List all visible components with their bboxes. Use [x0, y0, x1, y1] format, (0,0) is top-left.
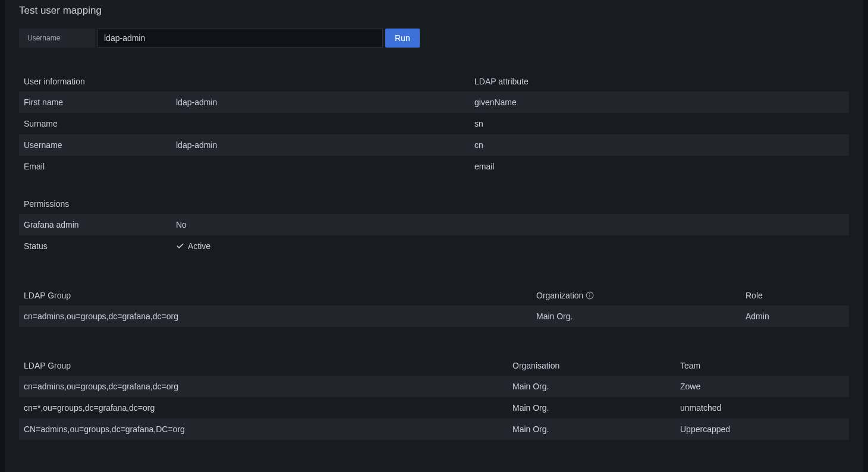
- organisation-value: Main Org.: [508, 397, 675, 418]
- team-header: Team: [675, 355, 849, 376]
- svg-point-2: [590, 294, 590, 294]
- ldap-group-value: CN=admins,ou=groups,dc=grafana,DC=org: [19, 418, 508, 440]
- user-info-value: [171, 113, 470, 134]
- table-row: cn=admins,ou=groups,dc=grafana,dc=orgMai…: [19, 306, 849, 327]
- page-title: Test user mapping: [5, 0, 863, 19]
- table-row: Grafana adminNo: [19, 214, 849, 235]
- team-value: Uppercapped: [675, 418, 849, 440]
- team-value: Zowe: [675, 376, 849, 397]
- table-row: CN=admins,ou=groups,dc=grafana,DC=orgMai…: [19, 418, 849, 440]
- permissions-table: Permissions Grafana adminNoStatusActive: [19, 194, 849, 257]
- permission-value: No: [171, 214, 849, 235]
- status-text: Active: [188, 241, 210, 251]
- table-row: Surnamesn: [19, 113, 849, 134]
- permissions-header: Permissions: [19, 194, 849, 214]
- organization-value: Main Org.: [532, 306, 741, 327]
- ldap-attribute-value: email: [470, 156, 849, 177]
- permission-label: Status: [19, 235, 171, 257]
- ldap-attribute-value: cn: [470, 134, 849, 156]
- table-row: Usernameldap-admincn: [19, 134, 849, 156]
- user-info-label: First name: [19, 92, 171, 113]
- ldap-group-value: cn=admins,ou=groups,dc=grafana,dc=org: [19, 306, 532, 327]
- user-info-label: Username: [19, 134, 171, 156]
- run-button[interactable]: Run: [385, 29, 420, 48]
- username-label: Username: [19, 29, 95, 48]
- organisation-value: Main Org.: [508, 376, 675, 397]
- user-info-value: ldap-admin: [171, 134, 470, 156]
- permission-value: Active: [171, 235, 849, 257]
- table-row: Emailemail: [19, 156, 849, 177]
- ldap-attribute-value: givenName: [470, 92, 849, 113]
- user-info-label: Email: [19, 156, 171, 177]
- user-info-header: User information: [19, 71, 470, 92]
- content-section: User information LDAP attribute First na…: [5, 71, 863, 440]
- ldap-attribute-value: sn: [470, 113, 849, 134]
- user-info-value: [171, 156, 470, 177]
- table-row: First nameldap-admingivenName: [19, 92, 849, 113]
- ldap-group-header-2: LDAP Group: [19, 355, 508, 376]
- ldap-group-value: cn=admins,ou=groups,dc=grafana,dc=org: [19, 376, 508, 397]
- test-mapping-form: Username Run: [5, 19, 863, 55]
- role-value: Admin: [741, 306, 849, 327]
- organization-header-text: Organization: [536, 291, 583, 300]
- organisation-header: Organisation: [508, 355, 675, 376]
- organization-mapping-table: LDAP Group Organization Role cn=admins,o…: [19, 285, 849, 327]
- permission-label: Grafana admin: [19, 214, 171, 235]
- info-icon[interactable]: [586, 291, 594, 300]
- role-header: Role: [741, 285, 849, 306]
- organisation-value: Main Org.: [508, 418, 675, 440]
- ldap-group-header: LDAP Group: [19, 285, 532, 306]
- table-row: cn=admins,ou=groups,dc=grafana,dc=orgMai…: [19, 376, 849, 397]
- check-icon: [176, 242, 184, 250]
- user-information-table: User information LDAP attribute First na…: [19, 71, 849, 177]
- user-info-label: Surname: [19, 113, 171, 134]
- ldap-group-value: cn=*,ou=groups,dc=grafana,dc=org: [19, 397, 508, 418]
- user-info-value: ldap-admin: [171, 92, 470, 113]
- table-row: StatusActive: [19, 235, 849, 257]
- organization-header: Organization: [532, 285, 741, 306]
- team-mapping-table: LDAP Group Organisation Team cn=admins,o…: [19, 355, 849, 440]
- username-input[interactable]: [98, 29, 383, 48]
- page-container: Test user mapping Username Run User info…: [5, 0, 863, 472]
- team-value: unmatched: [675, 397, 849, 418]
- table-row: cn=*,ou=groups,dc=grafana,dc=orgMain Org…: [19, 397, 849, 418]
- ldap-attribute-header: LDAP attribute: [470, 71, 849, 92]
